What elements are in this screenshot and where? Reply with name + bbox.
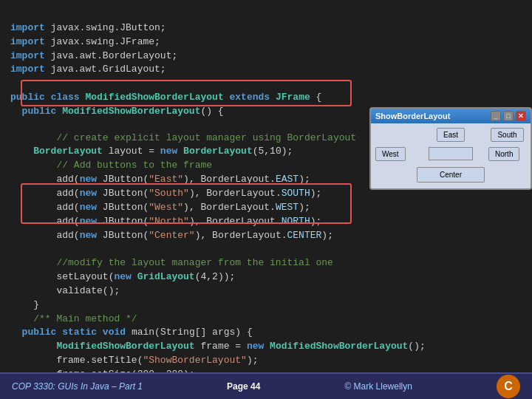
class-borderlayout: BorderLayout [33, 146, 103, 157]
keyword-import-2: import [10, 36, 45, 47]
code-text: ); [299, 202, 310, 213]
code-text: ); [310, 188, 322, 199]
string-north: "North" [149, 216, 189, 227]
footer-copyright: © Mark Llewellyn [344, 381, 412, 392]
superclass-name: JFrame [276, 92, 310, 103]
code-text: ), BorderLayout. [189, 188, 282, 199]
keyword-new-4: new [80, 202, 97, 213]
code-text: add( [33, 188, 79, 199]
keyword-new-8: new [247, 341, 264, 352]
code-text: (5,10); [253, 146, 293, 157]
code-content: import javax.swing.JButton; import javax… [10, 7, 522, 119]
keyword-extends: extends [230, 92, 270, 103]
code-text: ), BorderLayout. [189, 216, 282, 227]
class-name-2: ModifiedShowBorderLayout [56, 341, 194, 352]
keyword-static: static [62, 327, 97, 338]
code-text: ); [299, 174, 310, 185]
code-text [33, 341, 56, 352]
south-button-popup[interactable]: South [491, 128, 523, 142]
keyword-public: public [10, 92, 45, 103]
constructor-name: ModifiedShowBorderLayout [62, 106, 200, 117]
code-editor: import javax.swing.JButton; import javax… [0, 0, 532, 372]
popup-window: ShowBorderLayout _ □ ✕ East South West [369, 107, 532, 190]
code-text: add( [33, 202, 79, 213]
code-text: add( [33, 230, 79, 241]
code-text: add( [33, 174, 79, 185]
maximize-button[interactable]: □ [503, 111, 514, 121]
string-south: "South" [149, 188, 189, 199]
keyword-import-3: import [10, 50, 45, 61]
keyword-class: class [51, 92, 80, 103]
code-text: add( [33, 216, 79, 227]
field-center: CENTER [287, 230, 322, 241]
code-text: (4,2)); [195, 271, 236, 282]
keyword-public-2: public [22, 106, 57, 117]
footer-logo: C [497, 375, 520, 398]
string-title: "ShowBorderLayout" [143, 355, 246, 366]
code-text: ); [247, 355, 259, 366]
code-text: { [310, 92, 322, 103]
keyword-new-1: new [160, 146, 177, 157]
north-button-popup[interactable]: East [437, 128, 465, 142]
popup-body: East South West North Center [371, 123, 531, 188]
footer-course: COP 3330: GUIs In Java – Part 1 [12, 381, 143, 392]
window-controls[interactable]: _ □ ✕ [491, 111, 526, 121]
west-button-popup[interactable]: West [375, 147, 406, 161]
string-east: "East" [149, 174, 183, 185]
field-east: EAST [276, 174, 299, 185]
keyword-import-4: import [10, 64, 45, 75]
code-text: JButton( [97, 174, 149, 185]
code-text: ); [310, 216, 322, 227]
class-gridlayout: GridLayout [137, 271, 195, 282]
keyword-public-3: public [22, 327, 57, 338]
code-text: JButton( [97, 188, 149, 199]
code-text: ), BorderLayout. [183, 202, 276, 213]
close-button[interactable]: ✕ [516, 111, 526, 121]
code-text: JButton( [97, 216, 149, 227]
keyword-import-1: import [10, 22, 45, 33]
comment-3: //modify the layout manager from the ini… [33, 257, 333, 268]
footer-page: Page 44 [227, 381, 260, 392]
popup-titlebar: ShowBorderLayout _ □ ✕ [371, 109, 531, 123]
keyword-new-5: new [80, 216, 97, 227]
code-text: ), BorderLayout. [195, 230, 287, 241]
code-text: ), BorderLayout. [183, 174, 276, 185]
field-south: SOUTH [282, 188, 310, 199]
comment-4: /** Main method */ [22, 313, 137, 324]
code-content-3: //modify the layout manager from the ini… [10, 242, 522, 372]
class-name: ModifiedShowBorderLayout [85, 92, 223, 103]
code-text: JButton( [97, 202, 149, 213]
code-text: java.awt.GridLayout; [45, 64, 166, 75]
class-name-3: ModifiedShowBorderLayout [270, 341, 408, 352]
code-text: javax.swing.JFrame; [45, 36, 160, 47]
code-text: layout = [103, 146, 160, 157]
string-center: "Center" [149, 230, 194, 241]
code-text: frame = [195, 341, 247, 352]
code-text: javax.swing.JButton; [45, 22, 166, 33]
field-west: WEST [276, 202, 299, 213]
field-north: NORTH [282, 216, 310, 227]
string-west: "West" [149, 202, 183, 213]
keyword-new-6: new [80, 230, 97, 241]
keyword-void: void [103, 327, 126, 338]
footer: COP 3330: GUIs In Java – Part 1 Page 44 … [0, 372, 532, 399]
code-text: frame.setTitle( [33, 355, 143, 366]
class-borderlayout-2: BorderLayout [183, 146, 253, 157]
code-text: frame.setSize(300, 200); [33, 369, 194, 372]
north-label-popup[interactable]: North [488, 147, 519, 161]
code-text: java.awt.BorderLayout; [45, 50, 177, 61]
code-text: validate(); [33, 285, 120, 296]
code-text: main(String[] args) { [126, 327, 253, 338]
minimize-button[interactable]: _ [491, 111, 501, 121]
keyword-new-3: new [80, 188, 97, 199]
code-text: () { [200, 106, 223, 117]
keyword-new-7: new [114, 271, 131, 282]
popup-title: ShowBorderLayout [375, 112, 450, 120]
center-button-popup[interactable]: Center [417, 167, 485, 183]
code-text: setLayout( [33, 271, 114, 282]
comment-2: // Add buttons to the frame [33, 160, 212, 171]
comment-1: // create explicit layout manager using … [33, 132, 356, 143]
code-text: (); [408, 341, 425, 352]
keyword-new-2: new [80, 174, 97, 185]
code-text: JButton( [97, 230, 149, 241]
